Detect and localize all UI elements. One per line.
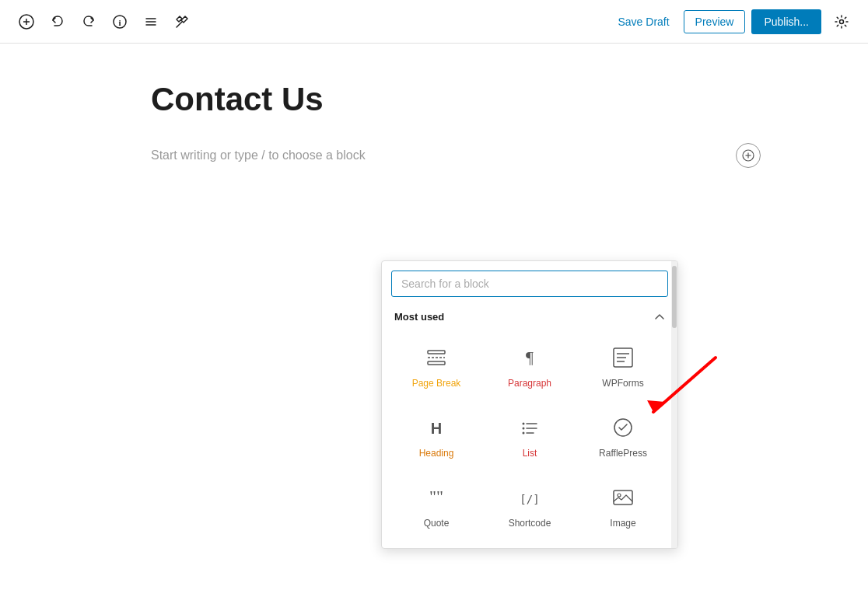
toolbar-left: i xyxy=(12,8,610,36)
svg-text:[/]: [/] xyxy=(520,493,539,505)
block-inserter-popup: Most used Page Break ¶ xyxy=(381,260,678,549)
block-item-rafflepress[interactable]: RafflePress xyxy=(578,402,668,469)
svg-point-32 xyxy=(618,494,621,497)
block-item-list[interactable]: List xyxy=(485,402,575,469)
quote-icon: " " xyxy=(421,482,452,513)
preview-button[interactable]: Preview xyxy=(684,10,746,33)
block-item-quote[interactable]: " " Quote xyxy=(391,472,481,539)
svg-text:": " xyxy=(429,487,436,506)
publish-button[interactable]: Publish... xyxy=(751,9,821,34)
block-item-image[interactable]: Image xyxy=(578,472,668,539)
block-label-shortcode: Shortcode xyxy=(509,518,551,529)
block-item-page-break[interactable]: Page Break xyxy=(391,332,481,399)
collapse-section-button[interactable] xyxy=(654,312,665,323)
redo-button[interactable] xyxy=(75,8,103,36)
toolbar: i Save Draft Preview Publish... xyxy=(0,0,868,44)
block-label-heading: Heading xyxy=(419,448,454,459)
svg-point-8 xyxy=(840,19,844,23)
svg-point-25 xyxy=(523,432,525,435)
scroll-track xyxy=(671,261,677,548)
svg-point-21 xyxy=(523,423,525,425)
undo-button[interactable] xyxy=(44,8,72,36)
block-label-paragraph: Paragraph xyxy=(508,378,551,389)
add-block-button[interactable] xyxy=(12,8,40,36)
scroll-thumb[interactable] xyxy=(672,266,677,328)
page-title: Contact Us xyxy=(151,81,761,118)
block-search-input[interactable] xyxy=(391,271,668,297)
add-block-inline-button[interactable] xyxy=(736,143,761,168)
block-item-shortcode[interactable]: [/] Shortcode xyxy=(485,472,575,539)
block-label-list: List xyxy=(523,448,537,459)
rafflepress-icon xyxy=(607,412,639,443)
paragraph-icon: ¶ xyxy=(514,342,545,373)
placeholder-text: Start writing or type / to choose a bloc… xyxy=(151,148,730,162)
editor-area: Contact Us Start writing or type / to ch… xyxy=(107,44,761,205)
svg-rect-14 xyxy=(428,361,445,365)
search-area xyxy=(382,261,677,303)
heading-icon: H xyxy=(421,412,452,443)
svg-point-23 xyxy=(523,428,525,430)
block-item-heading[interactable]: H Heading xyxy=(391,402,481,469)
block-item-paragraph[interactable]: ¶ Paragraph xyxy=(485,332,575,399)
block-label-quote: Quote xyxy=(424,518,450,529)
svg-text:¶: ¶ xyxy=(526,347,534,367)
details-button[interactable]: i xyxy=(106,8,134,36)
svg-rect-31 xyxy=(614,491,632,504)
block-item-wpforms[interactable]: WPForms xyxy=(578,332,668,399)
list-view-button[interactable] xyxy=(137,8,165,36)
svg-rect-12 xyxy=(428,351,445,354)
image-icon xyxy=(607,482,639,513)
wpforms-icon xyxy=(607,342,639,373)
block-label-rafflepress: RafflePress xyxy=(599,448,647,459)
block-label-wpforms: WPForms xyxy=(602,378,643,389)
svg-text:i: i xyxy=(118,17,121,26)
toolbar-right: Save Draft Preview Publish... xyxy=(610,8,856,36)
block-label-page-break: Page Break xyxy=(412,378,461,389)
block-placeholder: Start writing or type / to choose a bloc… xyxy=(151,143,761,168)
tools-button[interactable] xyxy=(168,8,196,36)
section-title: Most used xyxy=(394,311,444,323)
blocks-grid: Page Break ¶ Paragraph WPForms xyxy=(382,329,677,548)
page-break-icon xyxy=(421,342,452,373)
svg-text:H: H xyxy=(431,420,442,437)
most-used-section-header: Most used xyxy=(382,303,677,329)
shortcode-icon: [/] xyxy=(514,482,545,513)
block-label-image: Image xyxy=(610,518,635,529)
svg-text:": " xyxy=(436,487,443,506)
settings-button[interactable] xyxy=(828,8,856,36)
save-draft-button[interactable]: Save Draft xyxy=(610,11,677,33)
list-icon xyxy=(514,412,545,443)
